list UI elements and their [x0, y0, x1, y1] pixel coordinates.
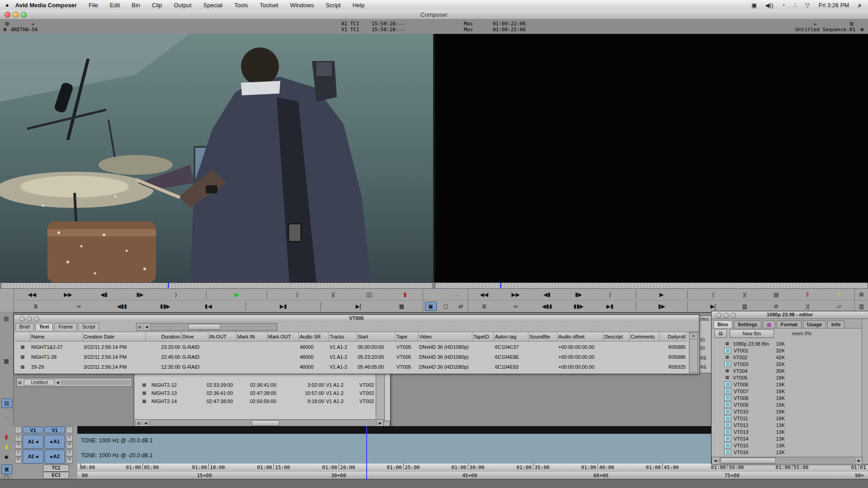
- scroll-thumb[interactable]: [721, 458, 776, 464]
- bin-list-item-vt007[interactable]: ▥VT00716K: [712, 388, 862, 394]
- track-tc1-button[interactable]: TC1: [43, 465, 69, 472]
- render-button[interactable]: ▨: [739, 301, 750, 311]
- tc-track-2[interactable]: V1 TC1: [341, 27, 359, 33]
- bin-list-item-vt001[interactable]: ▥VT00132K: [712, 347, 862, 354]
- menu-clock[interactable]: Fri 3:26 PM: [819, 2, 849, 9]
- bin-fast-menu-icon[interactable]: ▤: [136, 421, 142, 425]
- column-header-drive[interactable]: Drive: [181, 332, 208, 342]
- go-to-next-edit-button[interactable]: ▶▮: [278, 301, 289, 311]
- hardware-tab-icon[interactable]: ▨: [763, 320, 775, 328]
- mas-value-1[interactable]: 01:00:22:06: [493, 21, 526, 27]
- yellow-segment-icon[interactable]: ▮: [1, 443, 11, 451]
- project-vertical-scrollbar[interactable]: [862, 319, 868, 464]
- column-header-duration[interactable]: Duration: [146, 332, 181, 342]
- source-link-icon[interactable]: ∞: [32, 22, 34, 27]
- column-header-creation-date[interactable]: Creation Date: [83, 332, 146, 342]
- link-button[interactable]: ∞: [509, 301, 521, 311]
- step-back-10-button[interactable]: ◀▮▮: [116, 301, 128, 311]
- column-header-in-out[interactable]: IN-OUT: [208, 332, 236, 342]
- track-v1-source[interactable]: V1: [23, 427, 43, 433]
- menu-clip[interactable]: Clip: [152, 2, 162, 9]
- step-forward-button[interactable]: ▮▶: [134, 290, 146, 300]
- lift-overwrite-icon[interactable]: ◆: [1, 453, 11, 461]
- view-tab-brief[interactable]: Brief: [15, 323, 34, 330]
- mark-clip-button[interactable]: )(: [739, 290, 750, 300]
- track-a1-source[interactable]: A1 ◂: [23, 435, 43, 449]
- track-a2-source[interactable]: A2 ◂: [23, 450, 43, 464]
- step-backward-button[interactable]: ◀▮: [98, 290, 110, 300]
- source-position-indicator[interactable]: [168, 283, 169, 288]
- step-backward-button[interactable]: ◀▮: [541, 290, 553, 300]
- splice-in-button[interactable]: →: [429, 290, 440, 300]
- vt005-column-scrollbar[interactable]: ▤ ◀: [136, 323, 277, 331]
- swap-source-record-button[interactable]: ⇄: [455, 301, 467, 311]
- bin-clip-row[interactable]: ▦NIGHT2-1202:33:39:0002:36:41:003:02:00V…: [138, 381, 385, 389]
- fast-forward-button[interactable]: ▶▶: [509, 290, 521, 300]
- scroll-thumb[interactable]: [251, 420, 279, 426]
- view-tab-script[interactable]: Script: [78, 323, 99, 330]
- column-header-mark-out[interactable]: Mark OUT: [267, 332, 299, 342]
- timeline-fast-menu-icon[interactable]: ▤: [1, 399, 12, 408]
- bin-clip-row[interactable]: ▦NIGHT1-283/22/11 2:56:14 PM22:45:00G-RA…: [15, 352, 687, 362]
- mas-value-2[interactable]: 01:00:22:06: [493, 27, 526, 33]
- project-tab-settings[interactable]: Settings: [734, 320, 761, 328]
- scroll-left-icon[interactable]: ◀: [142, 421, 149, 425]
- mark-in-button[interactable]: (: [291, 290, 303, 300]
- column-header-comments[interactable]: Comments: [630, 332, 660, 342]
- bin-list-item-vt009[interactable]: ▥VT00916K: [712, 401, 862, 408]
- record-link-icon[interactable]: ∞: [814, 22, 816, 27]
- step-back-10-button[interactable]: ◀▮▮: [541, 301, 553, 311]
- record-clip-name[interactable]: Untitled Sequence.01: [796, 27, 855, 33]
- to-timeline-button[interactable]: ⇧: [802, 290, 814, 300]
- vt005-title-bar[interactable]: VT005: [14, 315, 699, 323]
- timeline-playhead[interactable]: [366, 426, 367, 479]
- project-fast-menu-icon[interactable]: ▤: [714, 329, 727, 338]
- column-header-tape[interactable]: Tape: [396, 332, 418, 342]
- step-forward-button[interactable]: ▮▶: [573, 290, 585, 300]
- record-button[interactable]: ▮: [399, 290, 411, 300]
- column-header-audio-offset[interactable]: Audio offset: [557, 332, 604, 342]
- display-icon[interactable]: ▣: [751, 2, 757, 9]
- step-forward-10-button[interactable]: ▮▮▶: [159, 301, 171, 311]
- mute-button[interactable]: M: [66, 442, 73, 449]
- column-header-dailyroll[interactable]: Dailyroll: [660, 332, 687, 342]
- wifi-icon[interactable]: ▽: [805, 2, 810, 9]
- bin-list-item-vt005[interactable]: ▦VT00518K: [712, 374, 862, 381]
- bin-list-item-vt015[interactable]: ▥VT01513K: [712, 442, 862, 449]
- track-a1-record[interactable]: ◂ A1: [44, 435, 65, 449]
- mark-in-button[interactable]: (: [708, 290, 719, 300]
- column-header-icon[interactable]: [15, 332, 30, 342]
- effect-mode-icon[interactable]: ▦: [1, 357, 11, 366]
- play-button[interactable]: ▶: [231, 290, 242, 300]
- source-clip-name[interactable]: ARETHA-56: [11, 27, 38, 33]
- overwrite-button[interactable]: →: [451, 290, 463, 300]
- untitled-bin-strip[interactable]: ▤ Untitled ◀: [16, 378, 132, 387]
- mute-button[interactable]: M: [15, 442, 22, 449]
- splice-in-icon[interactable]: →: [1, 422, 11, 431]
- bin-clip-row[interactable]: ▦NIGHT2-1402:47:38:0002:56:56:009:18:00V…: [138, 397, 385, 405]
- link-button[interactable]: ∞: [73, 301, 85, 311]
- column-header-video[interactable]: Video: [418, 332, 472, 342]
- scroll-up-icon[interactable]: ▲: [689, 333, 698, 339]
- bin-list-item-vt004[interactable]: ▦VT00430K: [712, 367, 862, 374]
- vt002-vertical-scrollbar[interactable]: [376, 372, 385, 421]
- column-header-start[interactable]: Start: [357, 332, 396, 342]
- scroll-left-icon[interactable]: ◀: [712, 459, 719, 463]
- mark-clip-button[interactable]: )(: [327, 290, 339, 300]
- solo-button[interactable]: S: [15, 435, 22, 441]
- solo-button[interactable]: S: [66, 435, 73, 441]
- bin-list-item-vt012[interactable]: ▥VT01213K: [712, 422, 862, 428]
- new-bin-button[interactable]: New Bin: [730, 329, 774, 338]
- overwrite-icon[interactable]: →: [1, 412, 11, 421]
- track-ec1-button[interactable]: EC1: [43, 472, 69, 479]
- bin-list-item-vt011[interactable]: ▥VT01116K: [712, 415, 862, 422]
- bin-list-item-vt010[interactable]: ▥VT01016K: [712, 408, 862, 415]
- tc1-ruler[interactable]: 00:0001:00:05:0001:00:10:0001:00:15:0001…: [77, 464, 868, 472]
- bin-clip-row[interactable]: ▦NIGHT2-1302:36:41:0002:47:38:0010:57:00…: [138, 389, 385, 397]
- column-header-tapeid[interactable]: TapeID: [472, 332, 494, 342]
- bin-list-item-vt016[interactable]: ▥VT01613K: [712, 449, 862, 455]
- menu-windows[interactable]: Windows: [290, 2, 314, 9]
- view-tab-frame[interactable]: Frame: [54, 323, 77, 330]
- bin-fast-menu-icon[interactable]: ▤: [137, 325, 143, 329]
- tc-value-2[interactable]: 15:50:28:--: [372, 27, 405, 33]
